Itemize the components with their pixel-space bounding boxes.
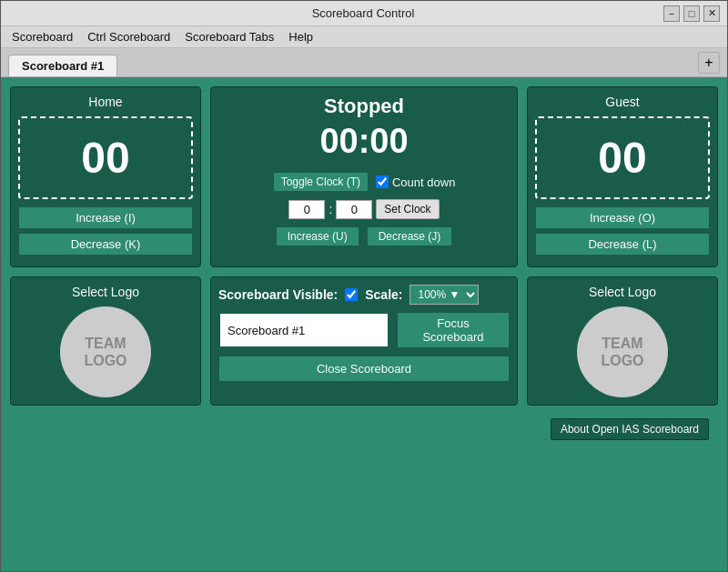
home-title: Home bbox=[18, 95, 193, 109]
top-row: Home 00 Increase (I) Decrease (K) Stoppe… bbox=[10, 86, 718, 267]
menu-scoreboard[interactable]: Scoreboard bbox=[5, 28, 80, 45]
home-panel: Home 00 Increase (I) Decrease (K) bbox=[10, 86, 201, 267]
clock-colon: : bbox=[329, 202, 332, 216]
home-logo-panel: Select Logo TEAM LOGO bbox=[10, 276, 201, 406]
tab-bar: Scoreboard #1 + bbox=[1, 48, 727, 77]
add-tab-button[interactable]: + bbox=[698, 52, 720, 74]
guest-decrease-button[interactable]: Decrease (L) bbox=[535, 233, 710, 256]
control-center-panel: Scoreboard Visible: Scale: 100% ▼ 50% 75… bbox=[210, 276, 518, 406]
tab-scoreboard-1[interactable]: Scoreboard #1 bbox=[8, 55, 117, 76]
visible-checkbox[interactable] bbox=[345, 288, 358, 301]
bottom-row: Select Logo TEAM LOGO Scoreboard Visible… bbox=[10, 276, 718, 406]
countdown-text: Count down bbox=[392, 176, 455, 189]
scoreboard-name-row: Focus Scoreboard bbox=[218, 312, 510, 348]
guest-score-display: 00 bbox=[535, 116, 710, 199]
home-score: 00 bbox=[20, 133, 191, 183]
countdown-label-group: Count down bbox=[376, 176, 455, 189]
guest-logo-text: TEAM LOGO bbox=[601, 335, 643, 369]
clock-status: Stopped bbox=[218, 95, 510, 118]
main-content: Home 00 Increase (I) Decrease (K) Stoppe… bbox=[1, 77, 727, 572]
guest-score: 00 bbox=[537, 133, 708, 183]
guest-increase-button[interactable]: Increase (O) bbox=[535, 206, 710, 229]
home-score-display: 00 bbox=[18, 116, 193, 199]
scoreboard-name-input[interactable] bbox=[218, 312, 389, 348]
countdown-checkbox[interactable] bbox=[376, 176, 389, 188]
clock-panel: Stopped 00:00 Toggle Clock (T) Count dow… bbox=[210, 86, 518, 267]
clock-seconds-input[interactable] bbox=[336, 200, 372, 219]
clock-minutes-input[interactable] bbox=[288, 200, 325, 219]
window-title: Scoreboard Control bbox=[63, 6, 663, 20]
clock-time: 00:00 bbox=[218, 122, 510, 161]
visible-label: Scoreboard Visible: bbox=[218, 287, 338, 302]
bottom-bar: About Open IAS Scoreboard bbox=[10, 415, 718, 444]
menu-ctrl-scoreboard[interactable]: Ctrl Scoreboard bbox=[80, 28, 177, 45]
guest-logo-title: Select Logo bbox=[535, 285, 710, 299]
minimize-button[interactable]: − bbox=[663, 5, 680, 22]
set-clock-button[interactable]: Set Clock bbox=[376, 199, 439, 219]
clock-controls: Toggle Clock (T) Count down bbox=[218, 172, 510, 192]
clock-decrease-button[interactable]: Decrease (J) bbox=[367, 226, 453, 246]
clock-increase-button[interactable]: Increase (U) bbox=[276, 226, 359, 246]
menu-bar: Scoreboard Ctrl Scoreboard Scoreboard Ta… bbox=[1, 26, 727, 48]
clock-set-row: : Set Clock bbox=[218, 199, 510, 219]
home-logo-placeholder: TEAM LOGO bbox=[60, 306, 151, 397]
focus-scoreboard-button[interactable]: Focus Scoreboard bbox=[397, 312, 510, 348]
guest-logo-placeholder: TEAM LOGO bbox=[577, 306, 668, 397]
title-bar: Scoreboard Control − □ ✕ bbox=[1, 1, 727, 26]
close-scoreboard-button[interactable]: Close Scoreboard bbox=[218, 356, 510, 382]
about-button[interactable]: About Open IAS Scoreboard bbox=[551, 418, 709, 440]
menu-help[interactable]: Help bbox=[281, 28, 320, 45]
guest-panel: Guest 00 Increase (O) Decrease (L) bbox=[527, 86, 718, 267]
guest-logo-panel: Select Logo TEAM LOGO bbox=[527, 276, 718, 406]
close-button[interactable]: ✕ bbox=[703, 5, 720, 22]
toggle-clock-button[interactable]: Toggle Clock (T) bbox=[273, 172, 369, 192]
scale-label: Scale: bbox=[365, 287, 402, 302]
menu-scoreboard-tabs[interactable]: Scoreboard Tabs bbox=[177, 28, 281, 45]
visible-row: Scoreboard Visible: Scale: 100% ▼ 50% 75… bbox=[218, 285, 510, 305]
home-logo-text: TEAM LOGO bbox=[84, 335, 126, 369]
home-increase-button[interactable]: Increase (I) bbox=[18, 206, 193, 229]
maximize-button[interactable]: □ bbox=[683, 5, 700, 22]
window-controls: − □ ✕ bbox=[663, 5, 720, 22]
scale-select[interactable]: 100% ▼ 50% 75% 125% 150% bbox=[410, 285, 479, 305]
clock-inc-dec-row: Increase (U) Decrease (J) bbox=[218, 226, 510, 246]
home-logo-title: Select Logo bbox=[18, 285, 193, 299]
home-decrease-button[interactable]: Decrease (K) bbox=[18, 233, 193, 256]
guest-title: Guest bbox=[535, 95, 710, 109]
